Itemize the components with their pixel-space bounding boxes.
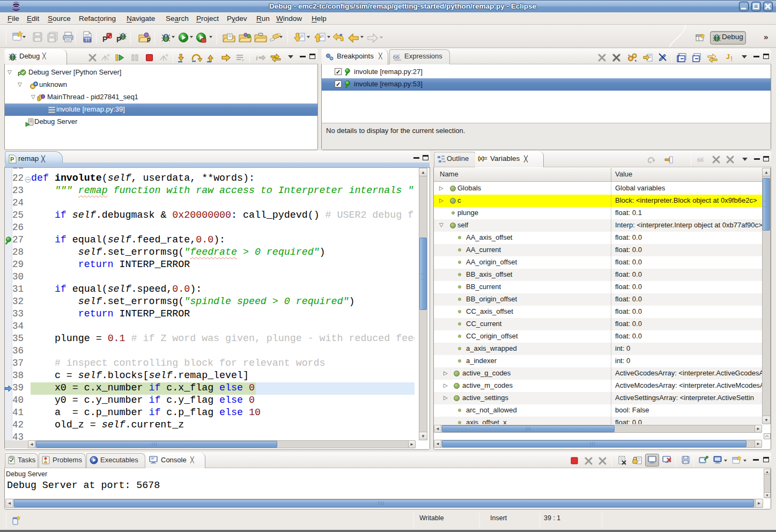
svg-text:66: 66 bbox=[697, 156, 704, 164]
svg-text:010: 010 bbox=[84, 38, 91, 42]
svg-text:P: P bbox=[147, 38, 151, 43]
svg-text:66: 66 bbox=[393, 53, 400, 61]
svg-text:!: ! bbox=[730, 55, 733, 63]
svg-text:P: P bbox=[10, 156, 14, 162]
svg-text:i: i bbox=[256, 54, 258, 62]
svg-text:...: ... bbox=[684, 462, 686, 465]
svg-text:J: J bbox=[726, 53, 730, 61]
